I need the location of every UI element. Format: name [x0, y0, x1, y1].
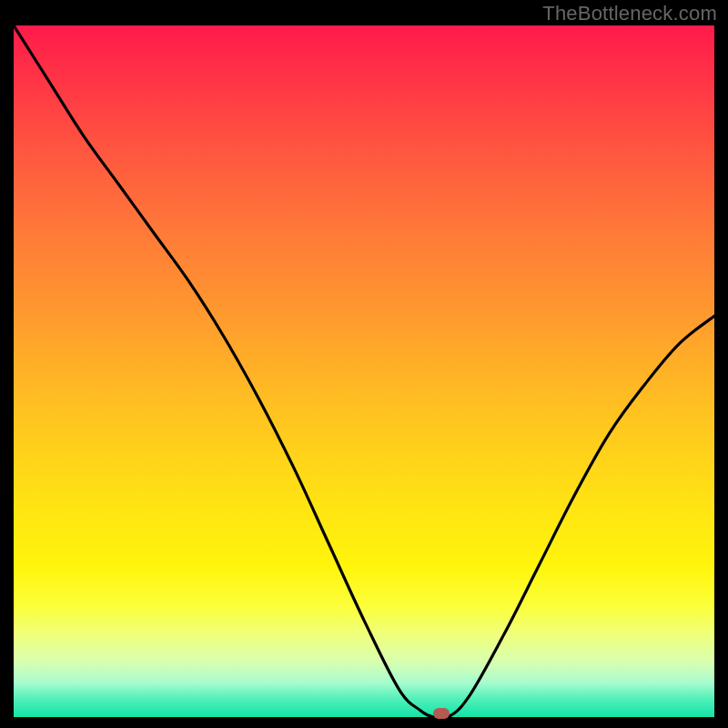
optimal-point-marker: [433, 708, 450, 719]
watermark-text: TheBottleneck.com: [542, 2, 717, 25]
plot-area: [14, 25, 714, 717]
chart-frame: TheBottleneck.com: [0, 0, 728, 728]
bottleneck-curve: [14, 25, 714, 717]
curve-path: [14, 25, 714, 717]
